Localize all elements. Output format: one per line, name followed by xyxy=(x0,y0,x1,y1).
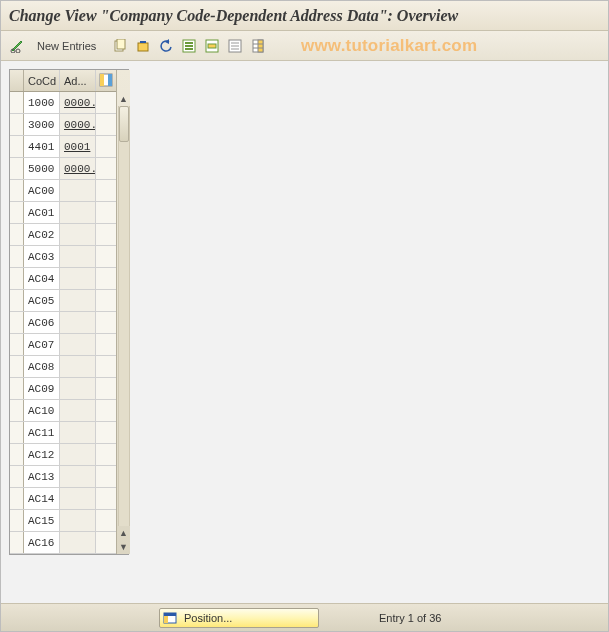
scroll-track[interactable] xyxy=(118,106,130,526)
cell-cocd[interactable]: 4401 xyxy=(24,136,60,157)
copy-as-button[interactable] xyxy=(110,36,130,56)
table-row[interactable]: 10000000. xyxy=(10,92,116,114)
table-row[interactable]: AC15 xyxy=(10,510,116,532)
cell-ad[interactable] xyxy=(60,488,96,509)
deselect-all-button[interactable] xyxy=(225,36,245,56)
cell-ad[interactable]: 0000. xyxy=(60,158,96,179)
cell-cocd[interactable]: AC08 xyxy=(24,356,60,377)
table-row[interactable]: AC02 xyxy=(10,224,116,246)
scroll-down-button[interactable]: ▼ xyxy=(117,540,131,554)
cell-ad[interactable] xyxy=(60,378,96,399)
row-selector[interactable] xyxy=(10,400,24,421)
table-row[interactable]: AC09 xyxy=(10,378,116,400)
cell-cocd[interactable]: AC11 xyxy=(24,422,60,443)
cell-cocd[interactable]: AC02 xyxy=(24,224,60,245)
cell-ad[interactable] xyxy=(60,224,96,245)
row-selector[interactable] xyxy=(10,444,24,465)
table-row[interactable]: AC04 xyxy=(10,268,116,290)
cell-ad[interactable] xyxy=(60,400,96,421)
new-entries-button[interactable]: New Entries xyxy=(30,36,103,56)
row-selector[interactable] xyxy=(10,466,24,487)
cell-cocd[interactable]: AC10 xyxy=(24,400,60,421)
table-row[interactable]: AC01 xyxy=(10,202,116,224)
header-cocd[interactable]: CoCd xyxy=(24,70,60,91)
table-row[interactable]: AC00 xyxy=(10,180,116,202)
header-ad[interactable]: Ad... xyxy=(60,70,96,91)
cell-ad[interactable] xyxy=(60,356,96,377)
row-selector[interactable] xyxy=(10,268,24,289)
cell-cocd[interactable]: AC16 xyxy=(24,532,60,553)
row-selector[interactable] xyxy=(10,136,24,157)
cell-ad[interactable] xyxy=(60,312,96,333)
table-row[interactable]: AC03 xyxy=(10,246,116,268)
cell-ad[interactable]: 0000. xyxy=(60,114,96,135)
cell-ad[interactable] xyxy=(60,422,96,443)
cell-cocd[interactable]: 3000 xyxy=(24,114,60,135)
table-row[interactable]: AC16 xyxy=(10,532,116,554)
row-selector[interactable] xyxy=(10,488,24,509)
table-row[interactable]: AC07 xyxy=(10,334,116,356)
row-selector[interactable] xyxy=(10,334,24,355)
table-row[interactable]: 50000000. xyxy=(10,158,116,180)
table-row[interactable]: AC12 xyxy=(10,444,116,466)
scroll-thumb[interactable] xyxy=(119,106,129,142)
cell-ad[interactable] xyxy=(60,444,96,465)
row-selector[interactable] xyxy=(10,510,24,531)
row-selector[interactable] xyxy=(10,180,24,201)
cell-cocd[interactable]: AC07 xyxy=(24,334,60,355)
row-selector[interactable] xyxy=(10,158,24,179)
table-row[interactable]: AC05 xyxy=(10,290,116,312)
cell-cocd[interactable]: AC00 xyxy=(24,180,60,201)
row-selector[interactable] xyxy=(10,114,24,135)
cell-cocd[interactable]: AC13 xyxy=(24,466,60,487)
table-row[interactable]: 44010001 xyxy=(10,136,116,158)
cell-ad[interactable] xyxy=(60,290,96,311)
cell-cocd[interactable]: 1000 xyxy=(24,92,60,113)
cell-ad[interactable] xyxy=(60,510,96,531)
table-row[interactable]: AC08 xyxy=(10,356,116,378)
select-block-button[interactable] xyxy=(202,36,222,56)
row-selector[interactable] xyxy=(10,92,24,113)
cell-cocd[interactable]: AC05 xyxy=(24,290,60,311)
table-row[interactable]: AC14 xyxy=(10,488,116,510)
header-selection-column[interactable] xyxy=(10,70,24,91)
row-selector[interactable] xyxy=(10,246,24,267)
cell-ad[interactable] xyxy=(60,268,96,289)
cell-ad[interactable] xyxy=(60,246,96,267)
row-selector[interactable] xyxy=(10,312,24,333)
row-selector[interactable] xyxy=(10,202,24,223)
configuration-button[interactable] xyxy=(248,36,268,56)
cell-cocd[interactable]: AC01 xyxy=(24,202,60,223)
undo-change-button[interactable] xyxy=(156,36,176,56)
cell-ad[interactable] xyxy=(60,334,96,355)
toggle-display-change-button[interactable] xyxy=(7,36,27,56)
scroll-up-button[interactable]: ▲ xyxy=(117,92,131,106)
row-selector[interactable] xyxy=(10,356,24,377)
table-row[interactable]: AC10 xyxy=(10,400,116,422)
cell-ad[interactable] xyxy=(60,180,96,201)
cell-cocd[interactable]: AC04 xyxy=(24,268,60,289)
cell-cocd[interactable]: AC12 xyxy=(24,444,60,465)
row-selector[interactable] xyxy=(10,422,24,443)
table-row[interactable]: AC13 xyxy=(10,466,116,488)
cell-ad[interactable] xyxy=(60,532,96,553)
cell-cocd[interactable]: 5000 xyxy=(24,158,60,179)
cell-cocd[interactable]: AC14 xyxy=(24,488,60,509)
row-selector[interactable] xyxy=(10,224,24,245)
cell-cocd[interactable]: AC03 xyxy=(24,246,60,267)
delete-button[interactable] xyxy=(133,36,153,56)
cell-cocd[interactable]: AC06 xyxy=(24,312,60,333)
select-all-button[interactable] xyxy=(179,36,199,56)
table-row[interactable]: AC11 xyxy=(10,422,116,444)
table-settings-button[interactable] xyxy=(98,72,114,88)
row-selector[interactable] xyxy=(10,290,24,311)
row-selector[interactable] xyxy=(10,532,24,553)
cell-ad[interactable] xyxy=(60,466,96,487)
scroll-down-prev-button[interactable]: ▲ xyxy=(117,526,131,540)
position-button[interactable]: Position... xyxy=(159,608,319,628)
cell-ad[interactable] xyxy=(60,202,96,223)
row-selector[interactable] xyxy=(10,378,24,399)
cell-ad[interactable]: 0001 xyxy=(60,136,96,157)
cell-cocd[interactable]: AC09 xyxy=(24,378,60,399)
table-row[interactable]: AC06 xyxy=(10,312,116,334)
